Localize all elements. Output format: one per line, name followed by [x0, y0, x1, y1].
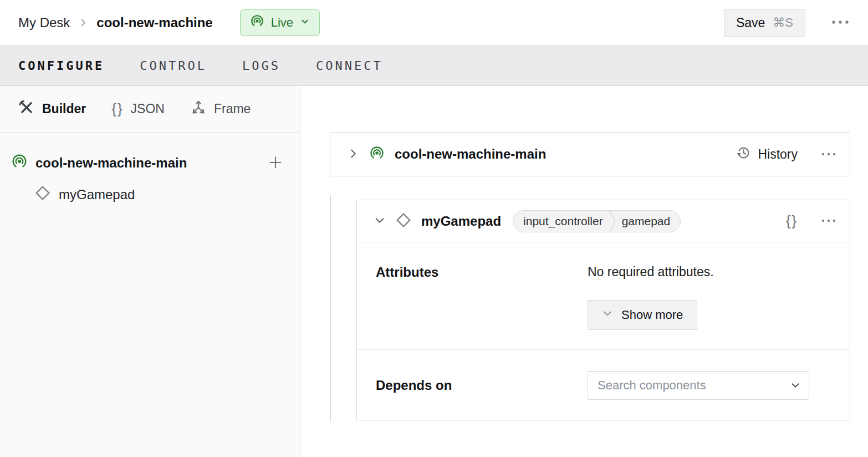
component-model-label: gamepad — [616, 215, 681, 228]
tools-icon — [18, 99, 35, 119]
machine-card-header: cool-new-machine-main History — [330, 133, 850, 176]
diamond-icon — [34, 185, 51, 205]
tree-connector-line — [330, 195, 331, 422]
machine-card-expand-button[interactable] — [347, 148, 359, 161]
ellipsis-icon — [821, 217, 836, 225]
attributes-empty-text: No required attributes. — [588, 265, 831, 280]
ellipsis-icon — [821, 150, 836, 159]
broadcast-icon — [250, 14, 264, 32]
mode-frame[interactable]: Frame — [190, 99, 251, 119]
mode-builder-label: Builder — [42, 101, 86, 116]
mode-json[interactable]: {} JSON — [111, 100, 165, 118]
show-more-button[interactable]: Show more — [588, 300, 697, 330]
attributes-content: No required attributes. Show more — [588, 265, 831, 330]
tab-connect[interactable]: CONNECT — [316, 59, 383, 73]
machine-card: cool-new-machine-main History — [330, 132, 850, 176]
status-badge-label: Live — [271, 16, 293, 30]
diamond-icon — [395, 212, 412, 231]
chevron-right-icon — [347, 148, 359, 161]
tab-control[interactable]: CONTROL — [140, 59, 207, 73]
header-actions: Save ⌘S — [724, 9, 850, 37]
header-overflow-menu-button[interactable] — [831, 19, 850, 27]
save-button[interactable]: Save ⌘S — [724, 9, 805, 37]
tab-logs[interactable]: LOGS — [242, 59, 280, 73]
ellipsis-icon — [831, 19, 850, 27]
plus-icon — [268, 155, 283, 172]
machine-name-title: cool-new-machine — [96, 15, 212, 31]
chevron-down-icon — [300, 16, 310, 30]
attributes-section: Attributes No required attributes. Show … — [357, 242, 850, 350]
component-card-header: myGamepad input_controller gamepad {} — [357, 200, 850, 242]
broadcast-icon — [11, 153, 28, 173]
app-header: My Desk cool-new-machine Live Save ⌘S — [0, 0, 868, 45]
tree-item-machine[interactable]: cool-new-machine-main — [11, 147, 283, 179]
save-button-label: Save — [736, 16, 765, 31]
component-card-title: myGamepad — [421, 214, 501, 229]
view-mode-switch: Builder {} JSON Frame — [0, 86, 300, 133]
attributes-label: Attributes — [376, 265, 588, 280]
history-icon — [736, 145, 751, 164]
chevron-right-icon — [78, 18, 88, 28]
show-more-label: Show more — [621, 308, 683, 322]
frame-axes-icon — [190, 99, 207, 119]
tab-bar: CONFIGURE CONTROL LOGS CONNECT — [0, 45, 868, 86]
component-card-actions: {} — [786, 212, 836, 230]
braces-icon: {} — [111, 100, 123, 118]
badge-divider-chevron-icon — [609, 210, 616, 232]
tree-machine-label: cool-new-machine-main — [35, 155, 187, 171]
chevron-down-icon — [374, 214, 386, 228]
history-button-label: History — [758, 147, 798, 162]
add-component-button[interactable] — [268, 155, 283, 172]
broadcast-icon — [369, 145, 385, 163]
config-main-panel: cool-new-machine-main History — [300, 86, 868, 457]
machine-card-actions: History — [736, 145, 836, 164]
history-button[interactable]: History — [736, 145, 798, 164]
search-components-input[interactable] — [588, 371, 809, 400]
machine-card-title: cool-new-machine-main — [395, 146, 546, 162]
tab-configure[interactable]: CONFIGURE — [18, 59, 104, 73]
component-tree: cool-new-machine-main myGamepad — [0, 133, 300, 210]
tree-item-component[interactable]: myGamepad — [34, 179, 283, 210]
save-shortcut-hint: ⌘S — [773, 16, 793, 30]
machine-card-menu-button[interactable] — [821, 150, 836, 159]
depends-on-label: Depends on — [376, 378, 588, 393]
component-card-menu-button[interactable] — [821, 217, 836, 225]
component-card-collapse-button[interactable] — [374, 214, 386, 228]
tree-component-label: myGamepad — [59, 187, 135, 202]
mode-builder[interactable]: Builder — [18, 99, 86, 119]
component-api-label: input_controller — [513, 215, 609, 228]
component-type-badge: input_controller gamepad — [513, 210, 681, 232]
machine-status-dropdown[interactable]: Live — [240, 9, 320, 36]
braces-icon: {} — [786, 212, 798, 230]
chevron-down-icon — [602, 308, 613, 322]
mode-frame-label: Frame — [214, 101, 251, 116]
content-area: Builder {} JSON Frame — [0, 86, 868, 457]
component-card: myGamepad input_controller gamepad {} — [356, 200, 850, 420]
breadcrumb-parent-link[interactable]: My Desk — [18, 15, 70, 31]
depends-on-content — [588, 371, 831, 400]
breadcrumb: My Desk cool-new-machine — [18, 15, 213, 31]
depends-on-select[interactable] — [588, 371, 809, 400]
config-sidebar: Builder {} JSON Frame — [0, 86, 300, 457]
mode-json-label: JSON — [131, 101, 165, 116]
depends-on-section: Depends on — [357, 350, 850, 421]
edit-json-button[interactable]: {} — [786, 212, 798, 230]
